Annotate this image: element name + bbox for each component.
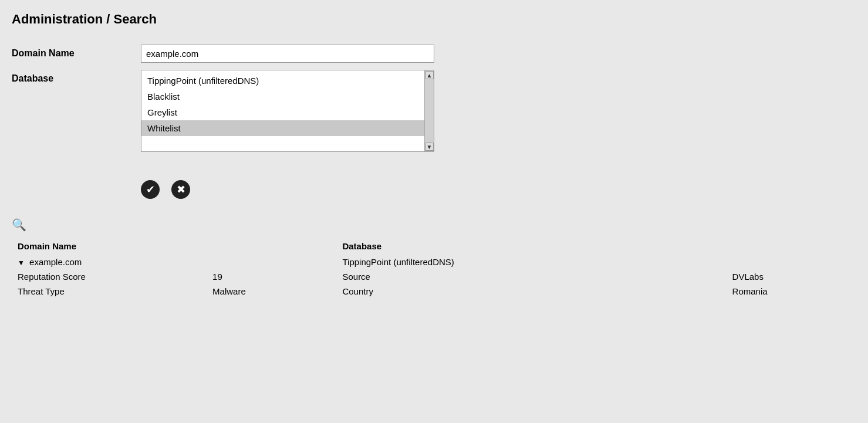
page-title: Administration / Search	[12, 6, 856, 39]
form-section: Domain Name Database TippingPoint (unfil…	[12, 39, 856, 171]
confirm-button[interactable]: ✔	[141, 180, 160, 199]
listbox-item-greylist[interactable]: Greylist	[141, 104, 424, 120]
header-database: Database	[336, 238, 596, 255]
source-val-empty	[596, 269, 726, 284]
search-icon[interactable]: 🔍	[12, 218, 26, 232]
search-icon-row: 🔍	[12, 214, 856, 235]
threat-type-value: Malware	[207, 284, 336, 299]
domain-value: example.com	[29, 257, 82, 267]
action-buttons: ✔ ✖	[12, 171, 856, 208]
scrollbar-track: ▲ ▼	[424, 70, 434, 151]
domain-name-label: Domain Name	[12, 45, 141, 59]
listbox-item-tippingpoint[interactable]: TippingPoint (unfilteredDNS)	[141, 73, 424, 89]
domain-name-row: Domain Name	[12, 45, 856, 63]
results-table-header-row: Domain Name Database	[12, 238, 856, 255]
scrollbar-arrow-down[interactable]: ▼	[425, 143, 434, 151]
header-score	[207, 238, 336, 255]
header-domain-name: Domain Name	[12, 238, 207, 255]
cancel-button[interactable]: ✖	[171, 180, 190, 199]
country-label: Country	[336, 284, 596, 299]
header-source	[596, 238, 726, 255]
domain-source-val-empty	[727, 255, 856, 269]
listbox-item-blacklist[interactable]: Blacklist	[141, 89, 424, 104]
database-row: Database TippingPoint (unfilteredDNS) Bl…	[12, 70, 856, 152]
header-source-val	[727, 238, 856, 255]
source-value: DVLabs	[727, 269, 856, 284]
reputation-score-label: Reputation Score	[12, 269, 207, 284]
domain-database-value: TippingPoint (unfilteredDNS)	[336, 255, 596, 269]
results-table: Domain Name Database ▼ example.com Tippi…	[12, 238, 856, 299]
cancel-icon: ✖	[177, 183, 185, 196]
scrollbar-arrow-up[interactable]: ▲	[425, 71, 434, 79]
listbox-items: TippingPoint (unfilteredDNS) Blacklist G…	[141, 70, 424, 151]
domain-source-empty	[596, 255, 726, 269]
country-val-empty	[596, 284, 726, 299]
database-label: Database	[12, 70, 141, 84]
listbox-item-whitelist[interactable]: Whitelist	[141, 120, 424, 136]
table-row-threat: Threat Type Malware Country Romania	[12, 284, 856, 299]
listbox-scrollbar-wrapper: TippingPoint (unfilteredDNS) Blacklist G…	[141, 70, 434, 151]
expand-arrow-icon[interactable]: ▼	[18, 259, 25, 267]
confirm-icon: ✔	[146, 183, 155, 196]
page-container: Administration / Search Domain Name Data…	[0, 0, 868, 423]
country-value: Romania	[727, 284, 856, 299]
domain-score-empty	[207, 255, 336, 269]
source-label: Source	[336, 269, 596, 284]
domain-expand-cell: ▼ example.com	[12, 255, 207, 269]
reputation-score-value: 19	[207, 269, 336, 284]
threat-type-label: Threat Type	[12, 284, 207, 299]
table-row-domain: ▼ example.com TippingPoint (unfilteredDN…	[12, 255, 856, 269]
database-listbox[interactable]: TippingPoint (unfilteredDNS) Blacklist G…	[141, 70, 434, 152]
domain-name-input[interactable]	[141, 45, 434, 63]
results-section: 🔍 Domain Name Database ▼ example.com	[12, 214, 856, 299]
table-row-reputation: Reputation Score 19 Source DVLabs	[12, 269, 856, 284]
